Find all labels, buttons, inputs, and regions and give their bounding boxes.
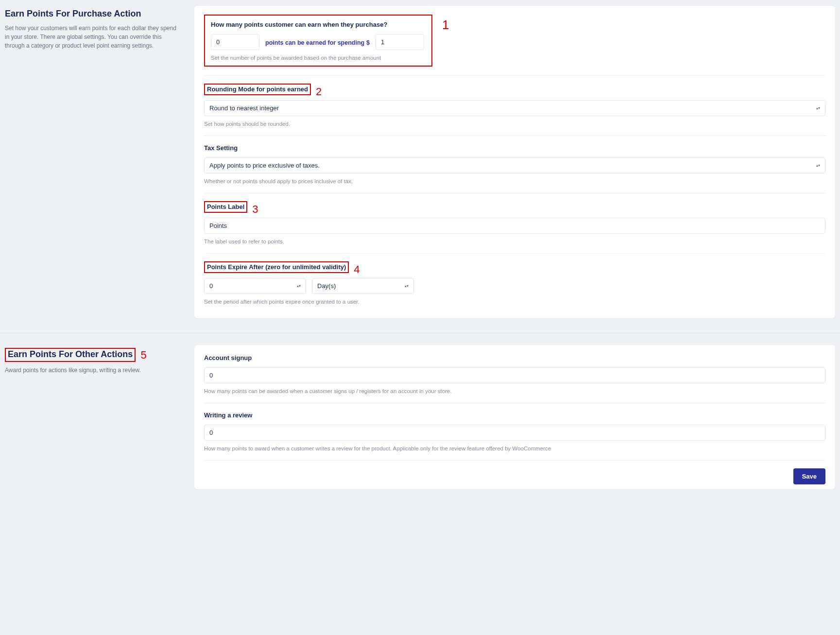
annotation-box-3: Points Label (204, 201, 247, 213)
points-label-input[interactable] (204, 218, 825, 234)
field-writing-review: Writing a review How many points to awar… (204, 411, 825, 461)
field-label: Tax Setting (204, 144, 238, 152)
field-rounding-mode: Rounding Mode for points earned 2 Round … (204, 84, 825, 136)
settings-card-purchase: How many points customer can earn when t… (194, 6, 835, 318)
field-tax-setting: Tax Setting Apply points to price exclus… (204, 144, 825, 193)
select-value: Day(s) (317, 282, 336, 290)
save-row: Save (204, 468, 825, 484)
tax-setting-select[interactable]: Apply points to price exclusive of taxes… (204, 157, 825, 173)
section-purchase-points: Earn Points For Purchase Action Set how … (0, 6, 840, 318)
signup-points-input[interactable] (204, 367, 825, 383)
field-points-per-purchase: How many points customer can earn when t… (204, 15, 825, 76)
select-value: 0 (209, 282, 213, 290)
section-title: Earn Points For Purchase Action (5, 9, 185, 19)
review-points-input[interactable] (204, 425, 825, 441)
annotation-number-3: 3 (252, 203, 258, 216)
help-text: Whether or not points should apply to pr… (204, 178, 825, 184)
help-text: How many points can be awarded when a cu… (204, 388, 825, 394)
chevron-updown-icon: ▴▾ (816, 164, 820, 167)
section-description: Set how your customers will earn points … (5, 24, 180, 50)
expire-unit-select[interactable]: Day(s) ▴▾ (312, 278, 414, 294)
chevron-updown-icon: ▴▾ (405, 285, 409, 288)
field-label: Points Expire After (zero for unlimited … (207, 263, 346, 271)
field-label: Writing a review (204, 412, 252, 419)
help-text: The label used to refer to points. (204, 239, 825, 244)
section-description: Award points for actions like signup, wr… (5, 366, 180, 375)
help-text: Set the number of points be awarded base… (211, 55, 426, 61)
annotation-box-1: How many points customer can earn when t… (204, 15, 432, 67)
annotation-box-2: Rounding Mode for points earned (204, 84, 311, 95)
section-other-actions: Earn Points For Other Actions 5 Award po… (0, 345, 840, 489)
chevron-updown-icon: ▴▾ (816, 107, 820, 110)
inline-label: points can be earned for spending $ (265, 38, 370, 46)
field-account-signup: Account signup How many points can be aw… (204, 354, 825, 403)
field-points-expire: Points Expire After (zero for unlimited … (204, 261, 825, 313)
save-button[interactable]: Save (793, 468, 825, 484)
section-title: Earn Points For Other Actions (8, 349, 133, 359)
settings-card-other: Account signup How many points can be aw… (194, 345, 835, 489)
annotation-number-2: 2 (316, 86, 322, 98)
field-label: Account signup (204, 354, 252, 361)
field-points-label: Points Label 3 The label used to refer t… (204, 201, 825, 254)
select-value: Round to nearest integer (209, 104, 279, 112)
chevron-updown-icon: ▴▾ (297, 285, 301, 288)
help-text: How many points to award when a customer… (204, 446, 825, 451)
annotation-number-1: 1 (442, 17, 449, 33)
annotation-number-5: 5 (140, 349, 146, 361)
section-header: Earn Points For Purchase Action Set how … (5, 6, 185, 318)
annotation-box-4: Points Expire After (zero for unlimited … (204, 261, 349, 273)
points-earned-input[interactable] (211, 34, 259, 50)
expire-number-select[interactable]: 0 ▴▾ (204, 278, 306, 294)
points-spend-row: points can be earned for spending $ (211, 34, 426, 50)
section-divider (0, 333, 840, 333)
section-header: Earn Points For Other Actions 5 Award po… (5, 345, 185, 489)
field-label: Points Label (207, 203, 244, 210)
annotation-number-4: 4 (354, 263, 360, 276)
spend-amount-input[interactable] (376, 34, 424, 50)
field-label: Rounding Mode for points earned (207, 86, 308, 93)
field-label: How many points customer can earn when t… (211, 21, 387, 28)
select-value: Apply points to price exclusive of taxes… (209, 162, 320, 169)
help-text: Set how points should be rounded. (204, 121, 825, 127)
annotation-box-5: Earn Points For Other Actions (5, 348, 136, 362)
rounding-mode-select[interactable]: Round to nearest integer ▴▾ (204, 100, 825, 116)
help-text: Set the period after which points expire… (204, 299, 825, 305)
